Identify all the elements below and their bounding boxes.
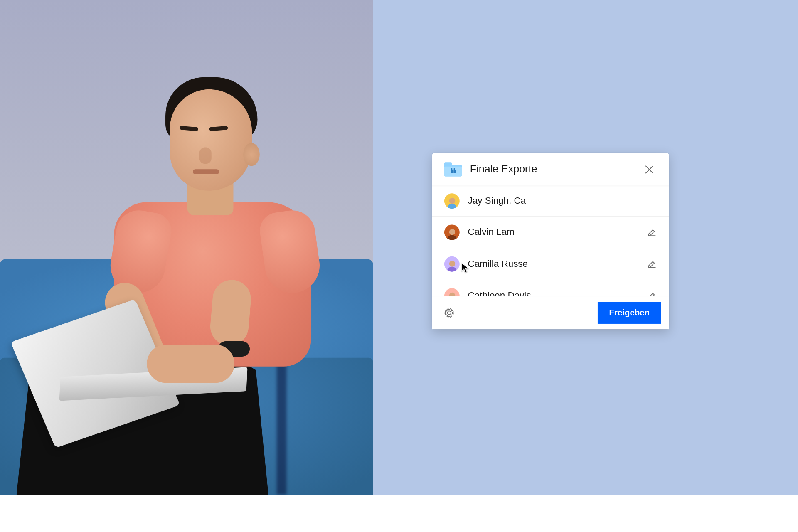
permission-edit-button[interactable] [647,227,657,237]
permission-edit-button[interactable] [647,259,657,269]
hero-photo [0,0,373,495]
share-dialog: Finale Exporte Calvin LamCamilla RusseCa… [432,153,669,329]
close-icon [645,165,653,173]
person-illustration [17,40,323,495]
avatar [444,288,460,296]
suggestion-list: Calvin LamCamilla RusseCathleen Davis [432,217,669,296]
avatar [444,193,460,209]
suggestion-row[interactable]: Calvin Lam [432,217,669,248]
avatar [444,224,460,240]
close-button[interactable] [641,162,657,177]
gear-icon [444,307,455,318]
dialog-footer: Freigeben [432,296,669,329]
avatar [444,256,460,272]
suggestion-name: Cathleen Davis [468,291,639,296]
cursor-icon [461,262,470,274]
suggestion-row[interactable]: Cathleen Davis [432,280,669,296]
share-button[interactable]: Freigeben [598,302,661,324]
suggestion-name: Calvin Lam [468,227,639,238]
recipient-input[interactable] [468,195,657,208]
pencil-icon [647,227,657,237]
pencil-icon [647,291,657,296]
right-panel: Finale Exporte Calvin LamCamilla RusseCa… [373,0,798,495]
dialog-header: Finale Exporte [432,153,669,186]
dialog-title: Finale Exporte [470,163,633,175]
suggestion-name: Camilla Russe [468,259,639,269]
permission-edit-button[interactable] [647,291,657,296]
recipient-input-row[interactable] [432,186,669,216]
shared-folder-icon [444,162,462,176]
pencil-icon [647,259,657,269]
settings-button[interactable] [442,305,456,320]
